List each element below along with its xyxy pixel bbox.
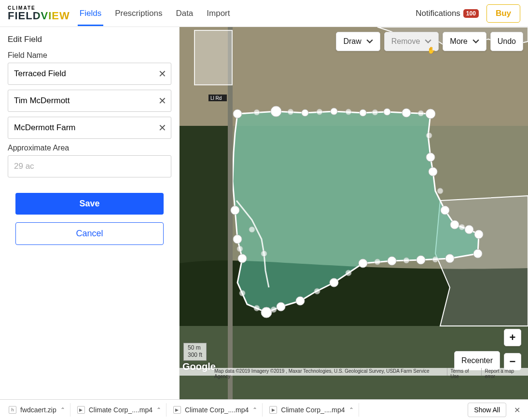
- map-attribution: Map data ©2019 Imagery ©2019 , Maxar Tec…: [180, 368, 447, 376]
- svg-point-16: [426, 109, 435, 119]
- logo-line2: FIELDVIEW: [8, 11, 70, 21]
- svg-point-31: [261, 307, 272, 318]
- svg-point-12: [331, 108, 337, 115]
- close-icon[interactable]: ✕: [514, 406, 520, 415]
- svg-point-19: [441, 206, 449, 215]
- scale-ft: 300 ft: [188, 352, 202, 359]
- svg-point-36: [288, 109, 293, 115]
- chevron-up-icon[interactable]: ⌃: [349, 406, 354, 413]
- area-label: Approximate Area: [8, 144, 171, 152]
- chevron-up-icon[interactable]: ⌃: [252, 406, 257, 413]
- svg-point-49: [271, 307, 277, 312]
- clear-owner-icon[interactable]: ✕: [158, 95, 167, 107]
- logo[interactable]: CLIMATE FIELDVIEW: [8, 5, 70, 21]
- svg-point-13: [360, 109, 366, 116]
- nav-import[interactable]: Import: [207, 1, 230, 26]
- svg-point-10: [271, 106, 281, 117]
- svg-point-25: [417, 256, 425, 264]
- road-label: Ll Rd: [210, 95, 222, 101]
- svg-point-30: [277, 302, 285, 311]
- svg-point-42: [437, 188, 443, 194]
- svg-point-34: [238, 254, 247, 263]
- svg-point-45: [403, 257, 409, 263]
- field-name-label: Field Name: [8, 51, 171, 60]
- svg-point-22: [474, 230, 483, 239]
- download-item[interactable]: ▶ Climate Corp_....mp4 ⌃: [264, 403, 359, 417]
- svg-point-27: [359, 259, 367, 268]
- notifications-badge: 100: [463, 9, 479, 18]
- chevron-down-icon: [366, 38, 373, 45]
- chevron-down-icon: [425, 38, 431, 45]
- nav-fields[interactable]: Fields: [80, 1, 101, 26]
- chevron-up-icon[interactable]: ⌃: [156, 406, 161, 413]
- report-error-link[interactable]: Report a map error: [481, 368, 528, 376]
- svg-point-26: [388, 257, 396, 265]
- nav-prescriptions[interactable]: Prescriptions: [115, 1, 162, 26]
- nav-data[interactable]: Data: [176, 1, 193, 26]
- buy-button[interactable]: Buy: [486, 4, 520, 23]
- svg-point-46: [375, 259, 380, 265]
- svg-point-32: [231, 206, 239, 215]
- download-item[interactable]: ▶ Climate Corp_....mp4 ⌃: [72, 403, 167, 417]
- farm-input[interactable]: [8, 117, 171, 139]
- download-name: Climate Corp_....mp4: [89, 406, 153, 414]
- clear-field-name-icon[interactable]: ✕: [158, 68, 167, 80]
- draw-dropdown[interactable]: Draw: [336, 32, 380, 51]
- main-nav: Fields Prescriptions Data Import: [80, 1, 230, 26]
- svg-point-51: [239, 290, 245, 296]
- download-item[interactable]: h fwdcaert.zip ⌃: [4, 403, 70, 417]
- map-canvas[interactable]: Ll Rd: [180, 27, 528, 399]
- download-item[interactable]: ▶ Climate Corp_....mp4 ⌃: [168, 403, 263, 417]
- svg-point-48: [314, 288, 320, 294]
- header: CLIMATE FIELDVIEW Fields Prescriptions D…: [0, 0, 528, 27]
- chevron-down-icon: [472, 38, 479, 45]
- undo-label: Undo: [498, 37, 516, 46]
- svg-point-47: [346, 270, 351, 276]
- svg-point-38: [346, 109, 351, 115]
- undo-button[interactable]: Undo: [490, 32, 523, 51]
- svg-point-37: [317, 109, 322, 115]
- svg-point-50: [254, 305, 260, 311]
- svg-point-41: [426, 133, 432, 138]
- svg-point-35: [254, 109, 260, 115]
- zoom-in-button[interactable]: +: [504, 329, 521, 346]
- scale-m: 50 m: [188, 344, 202, 352]
- svg-point-14: [384, 108, 390, 115]
- file-icon: ▶: [269, 406, 277, 414]
- download-bar: h fwdcaert.zip ⌃ ▶ Climate Corp_....mp4 …: [0, 399, 528, 420]
- sidebar-title: Edit Field: [8, 35, 171, 44]
- chevron-up-icon[interactable]: ⌃: [60, 406, 65, 413]
- notifications-label: Notifications: [416, 9, 460, 18]
- terms-link[interactable]: Terms of Use: [447, 368, 481, 376]
- field-name-input[interactable]: [8, 63, 171, 85]
- svg-point-24: [445, 254, 454, 263]
- svg-point-11: [302, 109, 308, 116]
- notifications-link[interactable]: Notifications 100: [416, 9, 479, 18]
- svg-point-44: [432, 257, 438, 262]
- recenter-button[interactable]: Recenter: [454, 351, 500, 370]
- file-icon: ▶: [173, 406, 181, 414]
- map-attribution-bar: Map data ©2019 Imagery ©2019 , Maxar Tec…: [180, 368, 528, 376]
- svg-point-52: [237, 246, 243, 252]
- clear-farm-icon[interactable]: ✕: [158, 122, 167, 134]
- more-dropdown[interactable]: More: [443, 32, 486, 51]
- save-button[interactable]: Save: [15, 193, 164, 215]
- svg-point-18: [429, 167, 437, 176]
- area-input: [8, 155, 171, 177]
- svg-point-21: [465, 225, 473, 234]
- editable-building-box[interactable]: [194, 30, 233, 85]
- cancel-button[interactable]: Cancel: [15, 222, 164, 245]
- file-icon: h: [9, 406, 16, 414]
- svg-point-17: [426, 153, 435, 162]
- sidebar: Edit Field Field Name ✕ ✕ ✕ Approximate …: [0, 27, 180, 399]
- file-icon: ▶: [77, 406, 85, 414]
- svg-point-29: [296, 297, 305, 305]
- svg-point-23: [473, 249, 482, 258]
- owner-input[interactable]: [8, 90, 171, 112]
- show-all-button[interactable]: Show All: [468, 403, 506, 417]
- svg-point-15: [402, 108, 411, 117]
- cursor-icon: ✋: [427, 46, 435, 54]
- svg-point-43: [459, 224, 465, 230]
- remove-label: Remove: [391, 37, 420, 46]
- download-name: Climate Corp_....mp4: [281, 406, 345, 414]
